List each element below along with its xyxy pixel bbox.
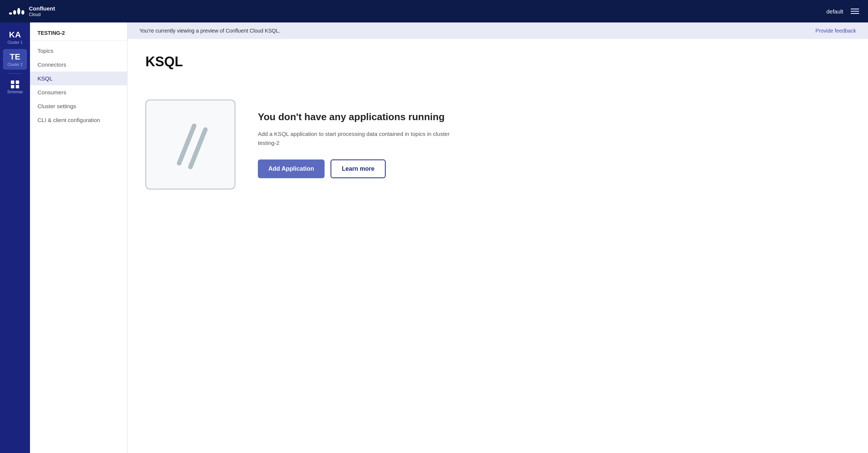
cluster-ka-button[interactable]: KA Cluster 1 <box>3 27 27 48</box>
schemas-button[interactable]: Schemas <box>3 77 27 97</box>
cluster-ka-name: Cluster 1 <box>7 40 22 45</box>
preview-text: You're currently viewing a preview of Co… <box>139 28 280 34</box>
top-nav-right: default <box>826 8 859 15</box>
empty-state-text-area: You don't have any applications running … <box>258 111 453 178</box>
cluster-title: TESTING-2 <box>30 30 127 41</box>
provide-feedback-link[interactable]: Provide feedback <box>816 28 856 34</box>
page-content: KSQL You don't have any applications run… <box>127 39 868 453</box>
schemas-grid-icon <box>11 80 19 88</box>
top-nav: Confluent Cloud default <box>0 0 868 22</box>
confluent-logo <box>9 8 24 15</box>
placeholder-svg <box>168 118 213 171</box>
cluster-te-button[interactable]: TE Cluster 2 <box>3 49 27 70</box>
main-layout: KA Cluster 1 TE Cluster 2 Schemas TESTIN… <box>0 22 868 453</box>
menu-icon[interactable] <box>851 9 859 14</box>
empty-state-graphic <box>145 100 235 189</box>
nav-item-cli-config[interactable]: CLI & client configuration <box>30 113 127 127</box>
empty-state: You don't have any applications running … <box>145 100 850 189</box>
empty-state-heading: You don't have any applications running <box>258 111 453 124</box>
nav-item-cluster-settings[interactable]: Cluster settings <box>30 99 127 113</box>
nav-item-connectors[interactable]: Connectors <box>30 58 127 72</box>
cluster-te-name: Cluster 2 <box>7 63 22 67</box>
schemas-label: Schemas <box>7 90 23 94</box>
environment-label: default <box>826 8 843 15</box>
page-title: KSQL <box>145 54 850 70</box>
learn-more-button[interactable]: Learn more <box>331 159 386 178</box>
nav-item-topics[interactable]: Topics <box>30 44 127 58</box>
preview-banner: You're currently viewing a preview of Co… <box>127 22 868 39</box>
nav-item-ksql[interactable]: KSQL <box>30 72 127 85</box>
icon-sidebar: KA Cluster 1 TE Cluster 2 Schemas <box>0 22 30 453</box>
empty-state-actions: Add Application Learn more <box>258 159 453 178</box>
cluster-ka-abbr: KA <box>9 30 21 40</box>
sidebar-divider <box>7 73 22 74</box>
nav-sidebar: TESTING-2 Topics Connectors KSQL Consume… <box>30 22 127 453</box>
top-nav-left: Confluent Cloud <box>9 5 55 17</box>
logo-text: Confluent Cloud <box>29 5 55 17</box>
empty-state-description: Add a KSQL application to start processi… <box>258 130 453 148</box>
cluster-te-abbr: TE <box>10 52 20 62</box>
content-area: You're currently viewing a preview of Co… <box>127 22 868 453</box>
nav-item-consumers[interactable]: Consumers <box>30 85 127 99</box>
add-application-button[interactable]: Add Application <box>258 159 325 178</box>
